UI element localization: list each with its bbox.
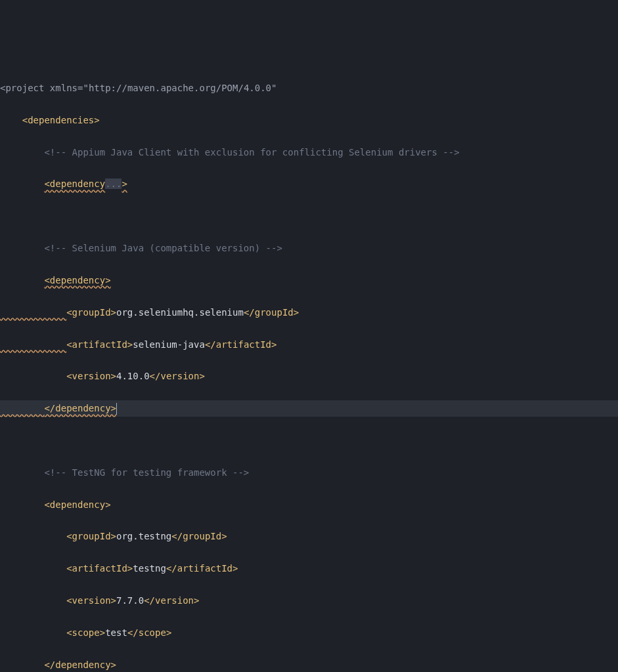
code-line[interactable]: <dependencies> <box>0 112 618 128</box>
text-cursor <box>116 403 117 415</box>
code-line[interactable]: <scope>test</scope> <box>0 625 618 640</box>
code-line[interactable]: <version>4.10.0</version> <box>0 368 618 384</box>
code-line[interactable]: <artifactId>testng</artifactId> <box>0 560 618 576</box>
xml-tag: <artifactId> <box>66 339 133 350</box>
code-line[interactable]: <dependency> <box>0 497 618 513</box>
xml-tag: <project <box>0 83 44 93</box>
xml-tag: <dependency <box>44 178 105 189</box>
warning-underline <box>0 339 66 350</box>
text-content: 7.7.0 <box>116 595 144 606</box>
xml-tag: </scope> <box>127 627 171 638</box>
xml-tag: </artifactId> <box>205 339 277 350</box>
text-content: 4.10.0 <box>116 371 150 381</box>
xml-tag: </dependency> <box>44 660 116 670</box>
folded-code-indicator[interactable]: ... <box>105 178 121 189</box>
code-editor[interactable]: <project xmlns="http://maven.apache.org/… <box>0 64 618 672</box>
code-line[interactable]: </dependency> <box>0 657 618 672</box>
text-content: org.seleniumhq.selenium <box>116 307 244 318</box>
xml-tag: <artifactId> <box>66 563 133 574</box>
xml-attr-value: "http://maven.apache.org/POM/4.0.0" <box>83 83 276 93</box>
xml-comment: <!-- TestNG for testing framework --> <box>44 467 249 478</box>
xml-tag: <dependency> <box>44 499 110 510</box>
xml-comment: <!-- Selenium Java (compatible version) … <box>44 243 282 253</box>
code-line[interactable]: <version>7.7.0</version> <box>0 593 618 608</box>
xml-tag: <dependency> <box>44 275 110 285</box>
xml-tag: </dependency> <box>44 403 116 413</box>
xml-tag: </version> <box>144 595 199 606</box>
code-line[interactable]: <groupId>org.testng</groupId> <box>0 528 618 544</box>
xml-comment: <!-- Appium Java Client with exclusion f… <box>44 147 459 158</box>
code-line[interactable]: <groupId>org.seleniumhq.selenium</groupI… <box>0 304 618 320</box>
text-content: selenium-java <box>133 339 205 350</box>
text-content: test <box>105 627 127 638</box>
code-line[interactable]: <!-- TestNG for testing framework --> <box>0 465 618 480</box>
xml-tag: <groupId> <box>66 307 116 318</box>
code-line[interactable]: <dependency...> <box>0 176 618 192</box>
xml-tag: </version> <box>150 371 205 381</box>
xml-tag: </groupId> <box>171 531 227 541</box>
warning-underline <box>0 307 66 318</box>
code-line[interactable]: <dependency> <box>0 272 618 288</box>
xml-tag: > <box>121 178 127 189</box>
xml-tag: <dependencies> <box>22 115 100 125</box>
warning-underline <box>0 403 44 413</box>
xml-tag: <groupId> <box>66 531 116 541</box>
xml-tag: <scope> <box>66 627 105 638</box>
code-line[interactable]: <artifactId>selenium-java</artifactId> <box>0 337 618 352</box>
xml-tag: </groupId> <box>244 307 299 318</box>
xml-tag: </artifactId> <box>166 563 238 574</box>
xml-tag: <version> <box>66 595 116 606</box>
text-content: testng <box>133 563 166 574</box>
code-line[interactable]: <!-- Selenium Java (compatible version) … <box>0 240 618 256</box>
code-line[interactable]: <!-- Appium Java Client with exclusion f… <box>0 144 618 160</box>
code-line[interactable] <box>0 208 618 224</box>
xml-attr: xmlns= <box>44 83 83 93</box>
text-content: org.testng <box>116 531 171 541</box>
code-line[interactable] <box>0 432 618 448</box>
code-line[interactable]: <project xmlns="http://maven.apache.org/… <box>0 80 618 96</box>
xml-tag: <version> <box>66 371 116 381</box>
code-line-active[interactable]: </dependency> <box>0 400 618 416</box>
